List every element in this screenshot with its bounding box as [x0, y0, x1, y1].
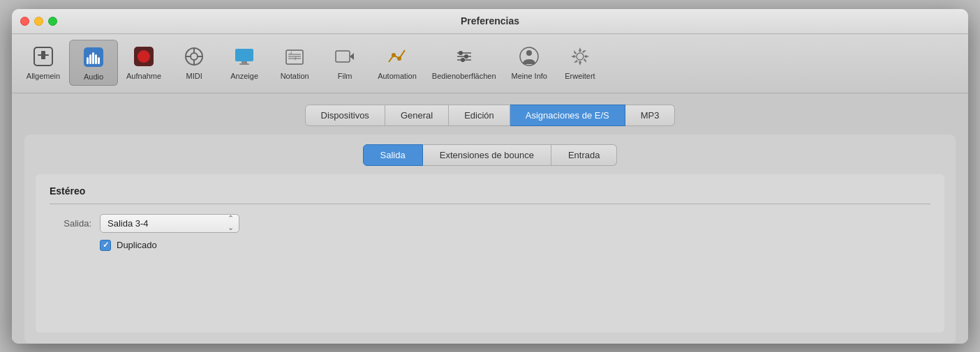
window-title: Preferencias: [461, 15, 519, 26]
svg-text:♪: ♪: [294, 55, 297, 61]
svg-rect-4: [87, 57, 89, 64]
film-icon: [332, 44, 357, 69]
toolbar-item-bedienoberflechen[interactable]: Bedienoberflächen: [425, 40, 503, 86]
notation-icon: ♩ ♪: [282, 44, 307, 69]
toolbar-label-erweitert: Erweitert: [565, 72, 595, 80]
toolbar-item-allgemein[interactable]: Allgemein: [19, 40, 68, 86]
toolbar-item-film[interactable]: Film: [320, 40, 369, 86]
content-area: Dispositivos General Edición Asignacione…: [12, 93, 968, 344]
svg-text:♩: ♩: [290, 49, 292, 55]
svg-point-34: [464, 54, 468, 59]
svg-rect-8: [98, 57, 100, 64]
settings-icon: [567, 44, 593, 69]
toolbar-item-aufnahme[interactable]: Aufnahme: [119, 40, 168, 86]
section-divider: [50, 204, 930, 204]
svg-rect-5: [89, 54, 91, 64]
duplicado-label: Duplicado: [117, 240, 157, 250]
toolbar-item-anzeige[interactable]: Anzeige: [220, 40, 269, 86]
record-icon: [131, 44, 156, 69]
toolbar-label-notation: Notation: [281, 72, 309, 80]
toolbar-label-anzeige: Anzeige: [230, 72, 258, 80]
toolbar-item-midi[interactable]: MIDI: [170, 40, 218, 86]
tab-asignaciones[interactable]: Asignaciones de E/S: [510, 105, 625, 126]
myinfo-icon: [517, 44, 542, 69]
svg-rect-17: [235, 49, 253, 61]
salida-select-wrapper: Salida 1-2 Salida 3-4 Salida 5-6 Salida …: [100, 214, 239, 233]
traffic-lights: [20, 17, 57, 26]
tab-mp3[interactable]: MP3: [625, 105, 676, 126]
toolbar-item-audio[interactable]: Audio: [69, 40, 118, 86]
svg-point-35: [461, 58, 465, 62]
svg-marker-27: [350, 53, 354, 60]
svg-point-12: [191, 53, 198, 60]
salida-label: Salida:: [50, 218, 91, 229]
toolbar-label-meineinfo: Meine Info: [512, 72, 547, 80]
automation-icon: [385, 44, 410, 69]
toolbar-label-film: Film: [338, 72, 352, 80]
svg-point-29: [397, 56, 401, 61]
svg-point-37: [526, 50, 532, 56]
close-button[interactable]: [20, 17, 29, 26]
audio-icon: [81, 45, 106, 70]
svg-point-33: [459, 51, 463, 55]
tab-edicion[interactable]: Edición: [449, 105, 510, 126]
general-icon: [31, 44, 56, 69]
surfaces-icon: [452, 44, 477, 69]
svg-rect-6: [92, 52, 94, 64]
outer-tab-bar: Dispositivos General Edición Asignacione…: [24, 105, 956, 126]
duplicado-checkbox[interactable]: ✓: [100, 240, 111, 251]
display-icon: [232, 44, 257, 69]
tab-extensiones[interactable]: Extensiones de bounce: [423, 144, 551, 166]
inner-panel: Salida Extensiones de bounce Entrada Est…: [24, 135, 956, 344]
duplicado-row: ✓ Duplicado: [100, 240, 930, 251]
svg-rect-18: [242, 61, 247, 63]
minimize-button[interactable]: [34, 17, 43, 26]
toolbar-item-erweitert[interactable]: Erweitert: [556, 40, 604, 86]
checkmark-icon: ✓: [103, 241, 109, 249]
svg-point-10: [138, 50, 150, 63]
tab-salida[interactable]: Salida: [363, 144, 423, 166]
svg-rect-7: [95, 54, 97, 64]
toolbar-item-notation[interactable]: ♩ ♪ Notation: [270, 40, 319, 86]
midi-icon: [181, 44, 207, 69]
svg-rect-2: [41, 51, 45, 59]
toolbar-label-aufnahme: Aufnahme: [126, 72, 161, 80]
toolbar-label-audio: Audio: [84, 72, 103, 81]
inner-tab-bar: Salida Extensiones de bounce Entrada: [36, 144, 944, 166]
svg-point-38: [577, 53, 584, 60]
form-area: Estéreo Salida: Salida 1-2 Salida 3-4 Sa…: [36, 174, 944, 332]
toolbar-item-automation[interactable]: Automation: [371, 40, 424, 86]
svg-rect-26: [336, 51, 350, 62]
toolbar-label-allgemein: Allgemein: [27, 72, 60, 80]
tab-general[interactable]: General: [385, 105, 449, 126]
main-window: Preferencias Allgemein: [12, 9, 968, 344]
svg-rect-19: [239, 63, 249, 65]
salida-row: Salida: Salida 1-2 Salida 3-4 Salida 5-6…: [50, 214, 930, 233]
tab-entrada[interactable]: Entrada: [551, 144, 618, 166]
salida-select[interactable]: Salida 1-2 Salida 3-4 Salida 5-6 Salida …: [100, 214, 239, 233]
toolbar-label-automation: Automation: [378, 72, 417, 80]
maximize-button[interactable]: [48, 17, 57, 26]
toolbar-label-bedienoberflechen: Bedienoberflächen: [432, 72, 496, 80]
toolbar-item-meineinfo[interactable]: Meine Info: [505, 40, 554, 86]
tab-dispositivos[interactable]: Dispositivos: [305, 105, 385, 126]
svg-point-28: [392, 53, 396, 57]
toolbar: Allgemein Audio: [12, 34, 968, 93]
toolbar-label-midi: MIDI: [186, 72, 202, 80]
section-title: Estéreo: [50, 185, 930, 197]
titlebar: Preferencias: [12, 9, 968, 34]
